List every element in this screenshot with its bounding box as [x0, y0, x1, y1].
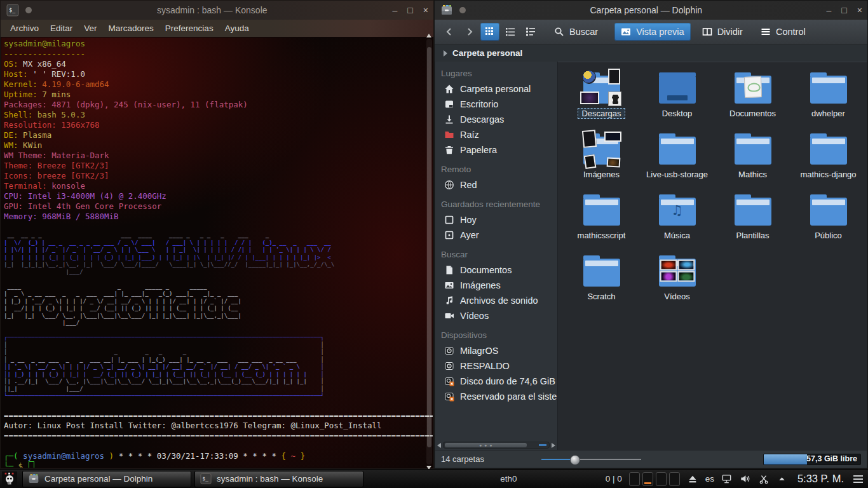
- sidebar-item-disco-duro-de-74-6-gib[interactable]: Disco duro de 74,6 GiB: [435, 374, 557, 389]
- konsole-titlebar[interactable]: $_ sysadmin : bash — Konsole – □ ×: [1, 1, 433, 20]
- menu-item-ver[interactable]: Ver: [78, 22, 102, 34]
- volume-icon[interactable]: [740, 473, 751, 485]
- preview-button[interactable]: Vista previa: [614, 23, 691, 41]
- traffic-counter-label[interactable]: 0 | 0: [606, 474, 622, 484]
- panel-settings-icon[interactable]: [853, 475, 863, 483]
- sidebar-item-v-deos[interactable]: Vídeos: [435, 308, 557, 323]
- terminal-line: Kernel: 4.19.0-6-amd64: [4, 79, 430, 90]
- breadcrumb-label: Carpeta personal: [452, 48, 522, 58]
- folder-item-desktop[interactable]: Desktop: [639, 72, 715, 133]
- menu-item-preferencias[interactable]: Preferencias: [159, 22, 219, 34]
- control-button[interactable]: Control: [754, 23, 812, 41]
- split-button[interactable]: Dividir: [696, 23, 749, 41]
- menu-item-ayuda[interactable]: Ayuda: [219, 22, 255, 34]
- folder-view[interactable]: DescargasDesktopDocumentosdwhelperImágen…: [557, 62, 867, 450]
- scroll-left-icon[interactable]: [437, 443, 441, 448]
- terminal-scrollbar[interactable]: [426, 39, 432, 464]
- folder-icon: [733, 72, 773, 105]
- folder-item-descargas[interactable]: Descargas: [564, 72, 639, 133]
- places-panel: LugaresCarpeta personalEscritorioDescarg…: [435, 62, 557, 450]
- folder-item-mathics-django[interactable]: mathics-django: [790, 133, 866, 194]
- pager-desktop-1[interactable]: [629, 472, 640, 486]
- sidebar-item-reservado-para-el-sistema[interactable]: Reservado para el sistema: [435, 389, 557, 404]
- clock-label[interactable]: 5:33 P. M.: [797, 473, 844, 485]
- folder-item-plantillas[interactable]: Plantillas: [715, 194, 790, 255]
- back-button[interactable]: [440, 23, 459, 41]
- terminal-line: sysadmin@milagros: [4, 39, 430, 49]
- scroll-up-icon[interactable]: [426, 34, 431, 37]
- close-icon[interactable]: ×: [857, 6, 862, 15]
- folder-item-im-genes[interactable]: Imágenes: [564, 133, 639, 194]
- sidebar-item-documentos[interactable]: Documentos: [435, 262, 557, 278]
- details-view-button[interactable]: [521, 23, 540, 41]
- grid-view-icon: [485, 27, 495, 37]
- task-button-konsole[interactable]: $_sysadmin : bash — Konsole: [194, 471, 363, 487]
- scrollbar-thumb[interactable]: [427, 47, 431, 447]
- terminal-line: | \/ (_) | __ _ __ _ _ __ ___ / _ \/ ___…: [4, 240, 430, 247]
- app-launcher-button[interactable]: [0, 470, 19, 488]
- breadcrumb[interactable]: Carpeta personal: [435, 44, 867, 62]
- sidebar-item-archivos-de-sonido[interactable]: Archivos de sonido: [435, 293, 557, 308]
- sidebar-item-carpeta-personal[interactable]: Carpeta personal: [435, 81, 557, 97]
- sidebar-item-im-genes[interactable]: Imágenes: [435, 278, 557, 293]
- zoom-slider-handle[interactable]: [570, 455, 580, 465]
- menu-item-editar[interactable]: Editar: [44, 22, 78, 34]
- zoom-slider[interactable]: [541, 454, 641, 464]
- clipboard-scissors-icon[interactable]: [758, 473, 770, 485]
- sidebar-item-papelera[interactable]: Papelera: [435, 142, 557, 158]
- folder-item-mathicsscript[interactable]: mathicsscript: [564, 194, 639, 255]
- menu-item-archivo[interactable]: Archivo: [4, 22, 44, 34]
- pager-desktop-3[interactable]: [656, 472, 667, 486]
- network-interface-label[interactable]: eth0: [500, 474, 517, 484]
- menu-item-marcadores[interactable]: Marcadores: [103, 22, 159, 34]
- sidebar-item-escritorio[interactable]: Escritorio: [435, 97, 557, 112]
- sidebar-item-label: Archivos de sonido: [460, 295, 538, 306]
- tray-expand-caret-icon[interactable]: [776, 473, 788, 485]
- folder-item-documentos[interactable]: Documentos: [715, 72, 790, 133]
- minimize-icon[interactable]: –: [827, 6, 832, 15]
- pager-desktop-4[interactable]: [669, 472, 680, 486]
- folder-item-mathics[interactable]: Mathics: [715, 133, 790, 194]
- sidebar-item-hoy[interactable]: Hoy: [435, 212, 557, 227]
- network-monitor-icon[interactable]: [721, 473, 733, 485]
- folder-item-dwhelper[interactable]: dwhelper: [790, 72, 866, 133]
- folder-item-v-deos[interactable]: Vídeos: [639, 255, 715, 316]
- search-button[interactable]: Buscar: [548, 23, 604, 41]
- sidebar-item-milagros[interactable]: MilagrOS: [435, 343, 557, 358]
- sidebar-item-descargas[interactable]: Descargas: [435, 112, 557, 127]
- maximize-icon[interactable]: □: [407, 6, 412, 15]
- pager-desktop-2[interactable]: [642, 472, 653, 486]
- sidebar-item-label: Reservado para el sistema: [460, 391, 557, 402]
- dolphin-titlebar[interactable]: Carpeta personal — Dolphin – □ ×: [435, 1, 867, 20]
- list-view-button[interactable]: [501, 23, 520, 41]
- sidebar-item-label: Papelera: [460, 145, 497, 155]
- terminal-line: OS: MX x86_64: [4, 59, 430, 69]
- eject-icon[interactable]: [687, 473, 698, 485]
- terminal-line: Uptime: 7 mins: [4, 90, 430, 100]
- minimize-icon[interactable]: –: [393, 6, 398, 15]
- forward-button[interactable]: [460, 23, 479, 41]
- folder-item-live-usb-storage[interactable]: Live-usb-storage: [639, 133, 715, 194]
- maximize-icon[interactable]: □: [841, 6, 846, 15]
- sidebar-item-respaldo[interactable]: RESPALDO: [435, 358, 557, 374]
- terminal-line: │| '_ \| '__/ _ \| | | |/ _ \ _| __/ _ \…: [4, 363, 430, 371]
- sidebar-item-red[interactable]: Red: [435, 177, 557, 193]
- icons-view-button[interactable]: [480, 23, 499, 41]
- scroll-right-icon[interactable]: [552, 443, 555, 448]
- folder-item-scratch[interactable]: Scratch: [564, 255, 639, 316]
- terminal-area[interactable]: sysadmin@milagros-----------------OS: MX…: [1, 37, 433, 468]
- scrollbar-thumb[interactable]: ● ● ●: [445, 443, 527, 447]
- folder-item-p-blico[interactable]: Público: [790, 194, 866, 255]
- places-horizontal-scrollbar[interactable]: ● ● ●: [437, 442, 555, 449]
- close-icon[interactable]: ×: [423, 6, 428, 15]
- list-view-icon: [505, 27, 515, 37]
- keyboard-layout-label[interactable]: es: [705, 474, 714, 484]
- folder-item-m-sica[interactable]: ♫Música: [639, 194, 715, 255]
- folder-icon: [657, 255, 698, 288]
- task-button-label: sysadmin : bash — Konsole: [217, 474, 323, 484]
- konsole-icon: $_: [200, 473, 212, 485]
- sidebar-item-ayer[interactable]: Ayer: [435, 227, 557, 243]
- task-button-dolphin[interactable]: Carpeta personal — Dolphin: [22, 471, 191, 487]
- sidebar-item-ra-z[interactable]: Raíz: [435, 127, 557, 142]
- terminal-line: Packages: 4871 (dpkg), 245 (nix-user), 1…: [4, 100, 430, 110]
